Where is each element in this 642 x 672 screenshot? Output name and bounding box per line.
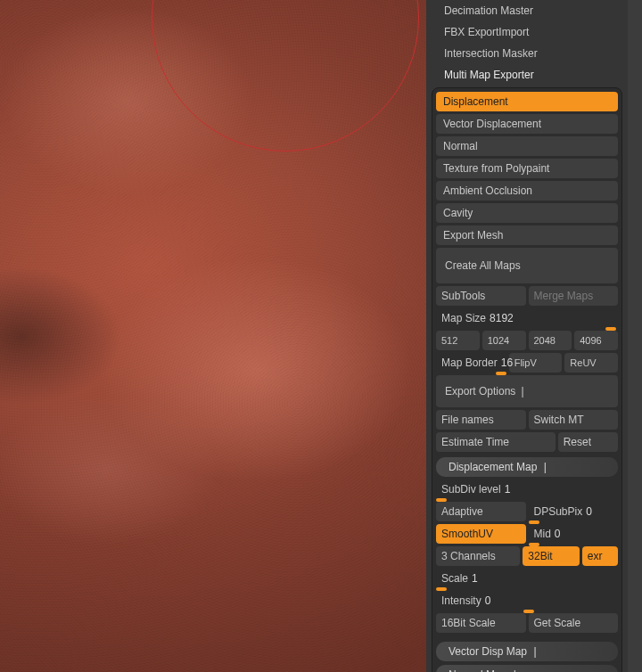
vector-disp-map-header[interactable]: Vector Disp Map | <box>436 642 618 661</box>
map-displacement-toggle[interactable]: Displacement <box>436 92 618 111</box>
dpsubpix-label: DPSubPix <box>534 505 583 518</box>
plugin-decimation-master[interactable]: Decimation Master <box>432 0 622 21</box>
export-options-label: Export Options <box>445 385 515 397</box>
map-texture-polypaint-toggle[interactable]: Texture from Polypaint <box>436 159 618 178</box>
16bit-scale-button[interactable]: 16Bit Scale <box>436 613 526 633</box>
reset-button[interactable]: Reset <box>558 432 618 452</box>
3d-viewport[interactable] <box>0 0 426 672</box>
dpsubpix-value: 0 <box>586 505 592 518</box>
mid-label: Mid <box>534 528 551 540</box>
map-normal-toggle[interactable]: Normal <box>436 136 618 156</box>
mapsize-512-button[interactable]: 512 <box>436 331 480 350</box>
normal-map-label: Normal Map <box>449 668 506 672</box>
subdiv-level-slider[interactable]: SubDiv level 1 <box>436 479 618 499</box>
divider-icon: | <box>533 645 536 658</box>
map-border-value: 16 <box>501 356 513 369</box>
map-size-slider[interactable]: Map Size 8192 <box>436 308 618 328</box>
smoothuv-toggle[interactable]: SmoothUV <box>436 524 526 544</box>
mid-slider[interactable]: Mid 0 <box>529 524 619 544</box>
export-options-button[interactable]: Export Options | <box>436 375 618 407</box>
intensity-value: 0 <box>485 594 491 607</box>
divider-icon: | <box>521 385 523 397</box>
subdiv-level-label: SubDiv level <box>441 483 501 496</box>
dpsubpix-slider[interactable]: DPSubPix 0 <box>529 502 619 521</box>
3channels-toggle[interactable]: 3 Channels <box>436 546 520 566</box>
vector-disp-map-label: Vector Disp Map <box>449 645 527 658</box>
displacement-map-label: Displacement Map <box>449 461 537 473</box>
mapsize-1024-button[interactable]: 1024 <box>482 331 526 350</box>
exr-toggle[interactable]: exr <box>582 546 618 566</box>
divider-icon: | <box>544 461 547 473</box>
create-all-maps-button[interactable]: Create All Maps <box>436 248 618 283</box>
intensity-label: Intensity <box>441 594 482 607</box>
plugin-fbx-exportimport[interactable]: FBX ExportImport <box>432 21 622 43</box>
panel-scrollbar[interactable] <box>628 0 642 672</box>
map-border-slider[interactable]: Map Border 16 <box>436 353 506 373</box>
scale-label: Scale <box>441 572 468 585</box>
map-cavity-toggle[interactable]: Cavity <box>436 203 618 223</box>
zplugin-panel: Decimation Master FBX ExportImport Inter… <box>426 0 642 672</box>
plugin-intersection-masker[interactable]: Intersection Masker <box>432 43 622 64</box>
multi-map-exporter-panel: Displacement Vector Displacement Normal … <box>432 87 622 672</box>
switch-mt-button[interactable]: Switch MT <box>529 410 619 430</box>
adaptive-toggle[interactable]: Adaptive <box>436 502 526 521</box>
map-vector-displacement-toggle[interactable]: Vector Displacement <box>436 114 618 134</box>
export-mesh-toggle[interactable]: Export Mesh <box>436 225 618 245</box>
subdiv-level-value: 1 <box>505 483 511 496</box>
flipv-toggle[interactable]: FlipV <box>509 353 563 373</box>
subtools-button[interactable]: SubTools <box>436 286 526 306</box>
divider-icon: | <box>514 668 516 672</box>
file-names-button[interactable]: File names <box>436 410 526 430</box>
plugin-multi-map-exporter[interactable]: Multi Map Exporter <box>432 64 622 86</box>
map-border-label: Map Border <box>441 356 498 369</box>
mapsize-2048-button[interactable]: 2048 <box>529 331 572 350</box>
scale-slider[interactable]: Scale 1 <box>436 569 618 588</box>
estimate-time-button[interactable]: Estimate Time <box>436 432 556 452</box>
displacement-map-header[interactable]: Displacement Map | <box>436 457 618 477</box>
mid-value: 0 <box>555 528 561 540</box>
map-size-label: Map Size <box>441 312 486 324</box>
get-scale-button[interactable]: Get Scale <box>529 613 619 633</box>
mapsize-4096-button[interactable]: 4096 <box>574 331 618 350</box>
32bit-toggle[interactable]: 32Bit <box>523 546 579 566</box>
reuv-button[interactable]: ReUV <box>564 353 618 373</box>
intensity-slider[interactable]: Intensity 0 <box>436 591 618 611</box>
brush-cursor-circle <box>152 0 419 152</box>
scale-value: 1 <box>472 572 478 585</box>
map-ambient-occlusion-toggle[interactable]: Ambient Occlusion <box>436 181 618 201</box>
merge-maps-button[interactable]: Merge Maps <box>529 286 619 306</box>
normal-map-header[interactable]: Normal Map | <box>436 665 618 672</box>
map-size-value: 8192 <box>490 312 514 324</box>
